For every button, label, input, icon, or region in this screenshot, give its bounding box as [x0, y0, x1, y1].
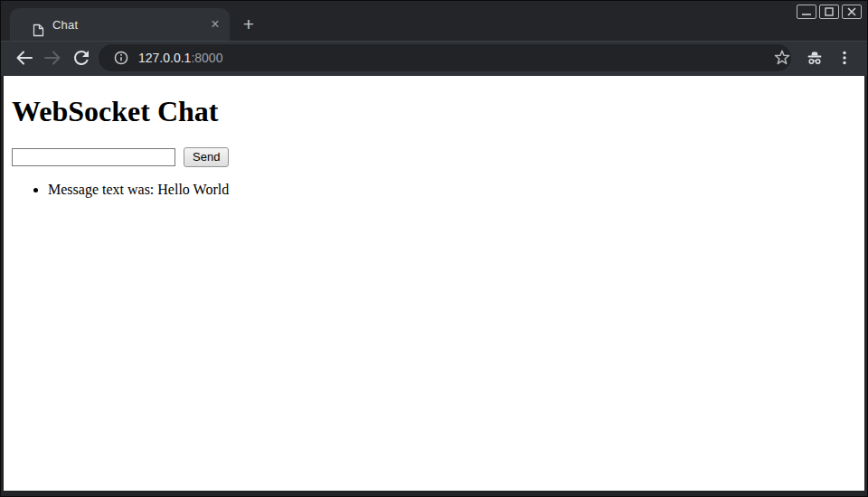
forward-icon[interactable]: [42, 47, 63, 69]
close-icon: [843, 5, 861, 18]
bookmark-star-icon[interactable]: [773, 49, 791, 67]
menu-dots-icon[interactable]: [835, 49, 854, 67]
site-info-icon[interactable]: [114, 51, 128, 65]
document-icon: [33, 23, 44, 37]
tab-chat[interactable]: Chat ×: [10, 8, 230, 41]
window-minimize-button[interactable]: [797, 5, 816, 19]
tab-strip: Chat × +: [1, 1, 867, 41]
page-title: WebSocket Chat: [12, 95, 864, 128]
tab-close-icon[interactable]: ×: [206, 15, 224, 33]
page-content: WebSocket Chat Send Message text was: He…: [4, 76, 864, 491]
maximize-icon: [820, 5, 838, 18]
tab-title: Chat: [52, 18, 78, 32]
new-tab-button[interactable]: +: [237, 13, 260, 36]
browser-window: Chat × +: [0, 0, 868, 497]
chat-form: Send: [12, 147, 864, 167]
url-port: :8000: [191, 51, 222, 65]
url-text[interactable]: 127.0.0.1:8000: [138, 51, 222, 65]
incognito-icon: [806, 49, 824, 67]
message-input[interactable]: [12, 148, 175, 166]
url-host: 127.0.0.1: [138, 51, 191, 65]
reload-icon[interactable]: [71, 47, 92, 69]
window-close-button[interactable]: [842, 5, 862, 19]
message-list: Message text was: Hello World: [12, 182, 864, 198]
window-maximize-button[interactable]: [819, 5, 839, 19]
browser-toolbar: 127.0.0.1:8000: [1, 41, 867, 76]
back-icon[interactable]: [14, 47, 35, 69]
minimize-icon: [797, 5, 816, 18]
address-bar[interactable]: 127.0.0.1:8000: [99, 44, 791, 71]
send-button[interactable]: Send: [184, 147, 229, 167]
message-item: Message text was: Hello World: [48, 182, 864, 198]
